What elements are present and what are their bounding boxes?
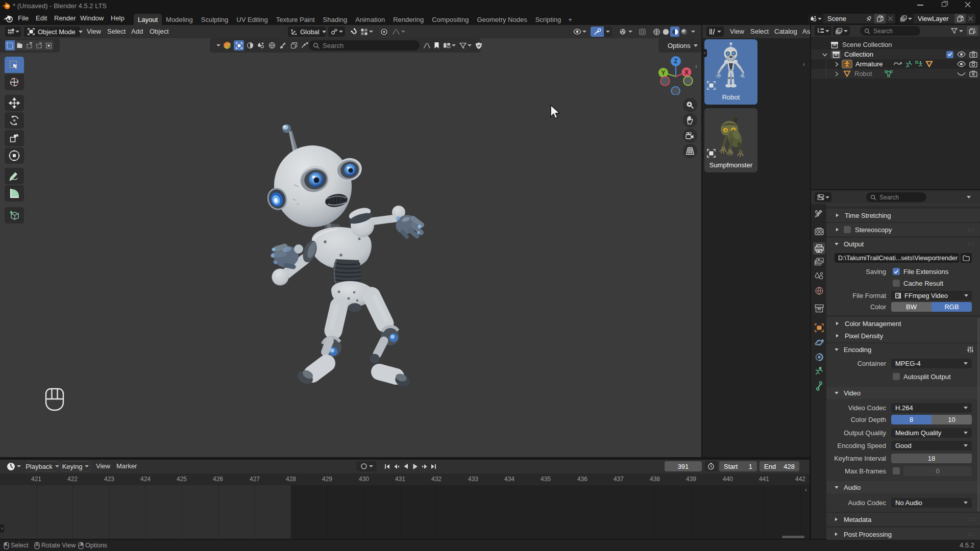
svg-text:Z: Z [674,58,677,65]
svg-text:X: X [684,69,689,76]
svg-text:Y: Y [661,69,665,77]
